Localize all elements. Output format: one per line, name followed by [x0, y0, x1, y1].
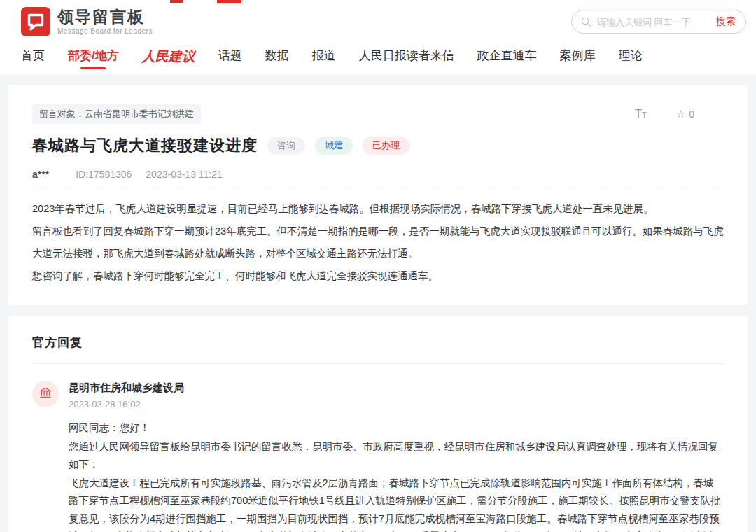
logo-text: 领导留言板 Message Board for Leaders [57, 8, 153, 35]
reply-agency-block: 昆明市住房和城乡建设局 2023-03-28 16:02 [69, 381, 184, 410]
reply-body: 网民同志：您好！您通过人民网领导留言板给昆明市委书记的留言收悉，昆明市委、市政府… [69, 419, 724, 532]
top-red-mark-1 [170, 0, 183, 3]
message-body: 2023年春节过后，飞虎大道建设明显提速，目前已经马上能够到达春城路。但根据现场… [32, 197, 724, 287]
search-box[interactable]: 搜索 [571, 10, 746, 34]
search-input[interactable] [597, 17, 716, 27]
font-size-icon[interactable]: TT [635, 107, 647, 121]
reply-divider [32, 363, 724, 364]
reply-paragraph: 您通过人民网领导留言板给昆明市委书记的留言收悉，昆明市委、市政府高度重视，经昆明… [69, 438, 724, 474]
message-tag-blue: 城建 [315, 136, 353, 155]
message-top-row: 留言对象：云南省昆明市委书记刘洪建 TT ☆ 0 [32, 104, 724, 124]
message-paragraph: 留言板也看到了回复春城路下穿一期预计23年底完工。但不清楚一期指的是哪一段，是否… [32, 220, 724, 265]
nav-item-topics[interactable]: 话题 [218, 48, 242, 68]
message-target-tag: 留言对象：云南省昆明市委书记刘洪建 [32, 104, 201, 124]
star-icon: ☆ [676, 108, 685, 120]
nav-item-home[interactable]: 首页 [21, 48, 45, 68]
reply-paragraph: 网民同志：您好！ [69, 419, 724, 438]
site-logo[interactable]: 领导留言板 Message Board for Leaders [21, 7, 153, 36]
reply-header: 昆明市住房和城乡建设局 2023-03-28 16:02 [32, 381, 724, 410]
message-title: 春城路与飞虎大道接驳建设进度 [32, 135, 258, 156]
logo-subtitle: Message Board for Leaders [57, 27, 153, 35]
government-building-icon [38, 386, 52, 402]
message-time: 2023-03-13 11:21 [146, 169, 223, 180]
top-red-mark-2 [217, 0, 241, 4]
nav-item-ministries-local[interactable]: 部委/地方 [68, 48, 119, 68]
message-author-row: a*** ID:17581306 2023-03-13 11:21 [32, 169, 724, 180]
logo-icon [21, 7, 50, 36]
search-button[interactable]: 搜索 [716, 15, 736, 28]
nav-item-gov-business-express[interactable]: 政企直通车 [477, 48, 537, 68]
reply-time: 2023-03-28 16:02 [69, 399, 184, 410]
nav-item-data[interactable]: 数据 [265, 48, 289, 68]
search-icon [580, 16, 592, 27]
message-paragraph: 想咨询了解，春城路下穿何时能够完全完工、何时能够和飞虎大道完全接驳实现连通通车。 [32, 265, 724, 287]
nav-item-readers-letters[interactable]: 人民日报读者来信 [359, 48, 454, 68]
nav-item-theory[interactable]: 理论 [619, 48, 643, 68]
dashed-divider [32, 190, 724, 190]
font-size-small-glyph: T [642, 111, 647, 119]
message-paragraph: 2023年春节过后，飞虎大道建设明显提速，目前已经马上能够到达春城路。但根据现场… [32, 197, 724, 220]
message-id: ID:17581306 [76, 169, 132, 180]
main-nav: 首页部委/地方人民建议话题数据报道人民日报读者来信政企直通车案例库理论 [0, 43, 756, 74]
site-header: 领导留言板 Message Board for Leaders 搜索 [0, 0, 756, 43]
star-count: 0 [689, 108, 694, 120]
agency-avatar [32, 381, 59, 407]
message-tag-red: 已办理 [363, 136, 410, 155]
favorite-button[interactable]: ☆ 0 [676, 108, 694, 120]
main-content: 留言对象：云南省昆明市委书记刘洪建 TT ☆ 0 春城路与飞虎大道接驳建设进度 … [0, 74, 756, 532]
nav-item-reports[interactable]: 报道 [312, 48, 336, 68]
official-reply-heading: 官方回复 [32, 335, 724, 351]
official-reply-card: 官方回复 昆明市住房和城乡建设局 2023-03-28 16:02 [8, 316, 748, 532]
message-tools: TT ☆ 0 [635, 107, 724, 121]
reply-paragraph: 飞虎大道建设工程已完成所有可实施段路基、雨污水管及2层沥青路面；春城路下穿节点已… [69, 475, 724, 532]
author-name: a*** [32, 169, 49, 180]
agency-name: 昆明市住房和城乡建设局 [69, 381, 184, 395]
font-size-large-glyph: T [635, 107, 642, 120]
message-card: 留言对象：云南省昆明市委书记刘洪建 TT ☆ 0 春城路与飞虎大道接驳建设进度 … [8, 85, 748, 305]
nav-item-people-suggestions[interactable]: 人民建议 [142, 48, 195, 70]
message-tags: 咨询城建已办理 [267, 136, 410, 155]
message-tag-gray: 咨询 [267, 136, 305, 155]
message-title-row: 春城路与飞虎大道接驳建设进度 咨询城建已办理 [32, 135, 724, 156]
logo-title: 领导留言板 [57, 8, 153, 26]
nav-item-case-library[interactable]: 案例库 [560, 48, 596, 68]
